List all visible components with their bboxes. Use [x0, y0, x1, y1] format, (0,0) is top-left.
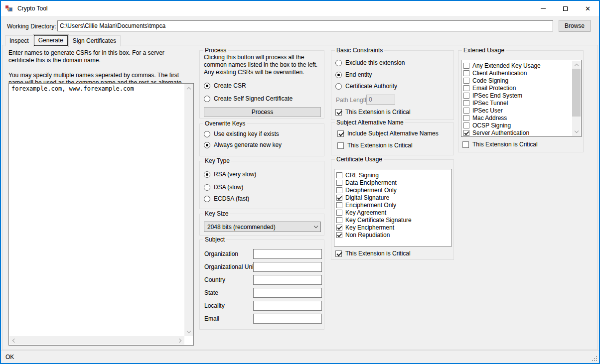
- radio-icon: [335, 83, 342, 90]
- radio-dsa[interactable]: DSA (slow): [204, 184, 243, 191]
- organization-input[interactable]: [253, 249, 322, 259]
- list-item-label: IPSec Tunnel: [472, 100, 508, 107]
- close-button[interactable]: ✕: [577, 1, 599, 16]
- tab-generate[interactable]: Generate: [33, 34, 69, 47]
- list-item-key-agreement[interactable]: Key Agreement: [336, 209, 386, 216]
- list-item-label: Mac Address: [472, 115, 507, 121]
- list-item-code-signing[interactable]: Code Signing: [463, 77, 508, 84]
- path-length-label: Path Length: [336, 97, 368, 104]
- scroll-up-button[interactable]: [184, 84, 193, 93]
- key-size-dropdown[interactable]: 2048 bits (recommended): [204, 222, 321, 232]
- checkbox-label: This Extension is Critical: [472, 141, 538, 148]
- radio-use-existing-key[interactable]: Use existing key if exists: [204, 130, 279, 137]
- list-item-ipsec-user[interactable]: IPSec User: [463, 107, 503, 114]
- checkbox-icon: [337, 142, 344, 149]
- maximize-button[interactable]: [554, 1, 577, 16]
- checkbox-icon: [336, 195, 342, 201]
- browse-button[interactable]: Browse: [559, 20, 591, 32]
- list-item-key-certificate-signature[interactable]: Key Certificate Signature: [336, 216, 412, 224]
- list-item-server-authentication[interactable]: Server Authentication: [463, 129, 529, 136]
- tab-strip: Inspect Generate Sign Certificates: [5, 34, 120, 46]
- maximize-icon: [563, 6, 568, 11]
- radio-create-csr[interactable]: Create CSR: [204, 82, 246, 89]
- certificate-usage-critical-checkbox[interactable]: This Extension is Critical: [335, 250, 411, 257]
- names-horizontal-scrollbar[interactable]: [9, 336, 184, 345]
- list-item-label: Email Protection: [472, 85, 516, 92]
- organizational-unit-input[interactable]: [253, 262, 322, 272]
- basic-constraints-critical-checkbox[interactable]: This Extension is Critical: [335, 109, 411, 116]
- email-input[interactable]: [253, 314, 322, 324]
- scroll-right-button[interactable]: [176, 336, 184, 345]
- checkbox-icon: [463, 100, 469, 106]
- list-item-label: Key Certificate Signature: [345, 217, 412, 224]
- path-length-input: [366, 95, 395, 105]
- list-item-non-repudiation[interactable]: Non Repudiation: [336, 231, 390, 239]
- list-item-email-protection[interactable]: Email Protection: [463, 84, 516, 92]
- names-instructions-1: Enter names to generate CSRs for in this…: [8, 49, 191, 64]
- list-item-digital-signature[interactable]: Digital Signature: [336, 194, 389, 201]
- scroll-left-button[interactable]: [9, 336, 18, 345]
- checkbox-icon: [336, 202, 342, 208]
- checkbox-icon: [336, 210, 342, 216]
- email-label: Email: [204, 315, 219, 322]
- scroll-down-button[interactable]: [184, 328, 193, 336]
- status-text: OK: [5, 354, 14, 361]
- list-item-key-encipherment[interactable]: Key Encipherment: [336, 224, 394, 231]
- country-input[interactable]: [253, 275, 322, 285]
- list-item-client-authentication[interactable]: Client Authentication: [463, 69, 527, 77]
- list-item-mac-address[interactable]: Mac Address: [463, 114, 507, 121]
- overwrite-keys-group: Overwrite Keys Use existing key if exist…: [199, 123, 324, 156]
- list-item-any-extended-key-usage[interactable]: Any Extended Key Usage: [463, 62, 541, 69]
- radio-rsa[interactable]: RSA (very slow): [204, 171, 256, 178]
- checkbox-icon: [463, 122, 469, 128]
- scroll-up-button[interactable]: [572, 61, 581, 69]
- checkbox-icon: [336, 172, 342, 178]
- process-description: Clicking this button will process all th…: [204, 54, 322, 76]
- key-type-group-title: Key Type: [203, 157, 231, 164]
- radio-always-generate-key[interactable]: Always generate new key: [204, 141, 282, 148]
- scroll-down-button[interactable]: [572, 127, 581, 136]
- process-group-title: Process: [203, 47, 228, 54]
- checkbox-icon: [336, 180, 342, 186]
- process-button[interactable]: Process: [204, 107, 321, 117]
- list-item-label: Decipherment Only: [345, 187, 397, 194]
- include-san-checkbox[interactable]: Include Subject Alternative Names: [337, 130, 439, 137]
- radio-ecdsa[interactable]: ECDSA (fast): [204, 195, 249, 202]
- certificate-usage-list[interactable]: CRL Signing Data Encipherment Decipherme…: [334, 169, 452, 246]
- names-vertical-scrollbar[interactable]: [184, 84, 193, 336]
- checkbox-icon: [463, 78, 469, 84]
- scrollbar-thumb[interactable]: [572, 69, 581, 117]
- extended-usage-critical-checkbox[interactable]: This Extension is Critical: [462, 141, 538, 148]
- state-input[interactable]: [253, 288, 322, 298]
- names-textbox[interactable]: forexample.com, www.forexample.com: [8, 83, 194, 346]
- radio-create-self-signed[interactable]: Create Self Signed Certificate: [204, 95, 293, 102]
- radio-exclude-extension[interactable]: Exclude this extension: [335, 59, 405, 66]
- list-item-ocsp-signing[interactable]: OCSP Signing: [463, 121, 511, 129]
- tab-sign-certificates[interactable]: Sign Certificates: [68, 35, 121, 46]
- locality-input[interactable]: [253, 301, 322, 311]
- radio-label: Create Self Signed Certificate: [214, 95, 293, 102]
- radio-icon: [204, 83, 210, 89]
- working-directory-input[interactable]: [57, 20, 553, 31]
- list-item-ipsec-tunnel[interactable]: IPSec Tunnel: [463, 99, 508, 107]
- extended-usage-scrollbar[interactable]: [572, 61, 581, 136]
- radio-icon: [204, 196, 210, 202]
- list-item-data-encipherment[interactable]: Data Encipherment: [336, 179, 397, 186]
- radio-certificate-authority[interactable]: Certificate Authority: [335, 83, 397, 90]
- tab-inspect[interactable]: Inspect: [5, 35, 33, 46]
- san-critical-checkbox[interactable]: This Extension is Critical: [337, 142, 413, 149]
- extended-usage-group: Extened Usage Any Extended Key Usage Cli…: [458, 50, 584, 152]
- minimize-button[interactable]: [532, 1, 554, 16]
- resize-grip[interactable]: [596, 360, 597, 361]
- list-item-encipherment-only[interactable]: Encipherment Only: [336, 201, 396, 209]
- checkbox-label: This Extension is Critical: [347, 142, 413, 149]
- list-item-crl-signing[interactable]: CRL Signing: [336, 171, 379, 179]
- app-icon: [5, 4, 13, 12]
- list-item-label: Encipherment Only: [345, 202, 396, 209]
- list-item-label: Key Encipherment: [345, 224, 394, 231]
- key-size-group-title: Key Size: [203, 210, 230, 217]
- list-item-ipsec-end-system[interactable]: IPSec End System: [463, 92, 522, 99]
- extended-usage-list[interactable]: Any Extended Key Usage Client Authentica…: [461, 60, 582, 137]
- list-item-decipherment-only[interactable]: Decipherment Only: [336, 186, 397, 194]
- radio-end-entity[interactable]: End entity: [335, 71, 372, 78]
